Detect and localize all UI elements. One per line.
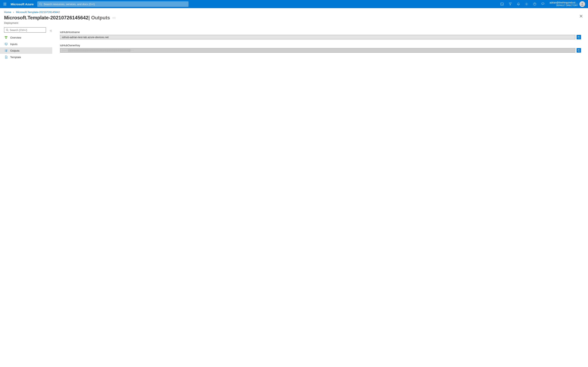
nav-icon <box>4 42 8 46</box>
close-blade-button[interactable] <box>579 15 583 18</box>
svg-point-6 <box>5 36 6 37</box>
output-value-iotHubOwnerKey[interactable] <box>60 48 575 53</box>
sidebar-item-template[interactable]: Template <box>0 54 52 60</box>
settings-button[interactable] <box>523 0 530 8</box>
output-label-iotHubOwnerKey: iotHubOwnerKey <box>60 44 581 47</box>
cloud-shell-button[interactable] <box>498 0 506 8</box>
filter-icon <box>509 2 512 6</box>
svg-point-7 <box>6 36 7 37</box>
hamburger-menu[interactable] <box>2 1 8 7</box>
sidebar-search-input[interactable] <box>10 29 44 32</box>
topbar: Microsoft Azure adrian@thethingsindust… … <box>0 0 588 8</box>
account-text: adrian@thethingsindust… DEFAULT DIRECTOR… <box>550 1 578 7</box>
directory-filter-button[interactable] <box>506 0 514 8</box>
sidebar-item-label: Outputs <box>10 49 20 52</box>
hamburger-icon <box>3 2 7 6</box>
more-actions-button[interactable]: ⋯ <box>112 15 116 21</box>
account-menu[interactable]: adrian@thethingsindust… DEFAULT DIRECTOR… <box>547 1 586 7</box>
collapse-sidebar-button[interactable] <box>49 28 52 33</box>
chevron-double-left-icon <box>49 29 52 32</box>
global-search-input[interactable] <box>44 3 187 6</box>
page-section: | Outputs <box>88 15 110 21</box>
breadcrumb-current[interactable]: Microsoft.Template-20210726145642 <box>16 11 60 14</box>
svg-rect-10 <box>578 36 580 38</box>
feedback-button[interactable] <box>539 0 547 8</box>
feedback-icon <box>541 2 545 6</box>
breadcrumb: Home › Microsoft.Template-20210726145642 <box>0 8 588 14</box>
nav-icon <box>4 55 8 59</box>
notifications-button[interactable] <box>515 0 522 8</box>
close-icon <box>579 15 583 18</box>
outputs-panel: iotHubHostnameiotHubOwnerKey <box>52 27 588 60</box>
cloud-shell-icon <box>501 2 504 6</box>
breadcrumb-home[interactable]: Home <box>4 11 11 14</box>
svg-rect-1 <box>501 3 503 5</box>
svg-rect-11 <box>578 50 580 51</box>
sidebar-item-label: Template <box>10 56 21 59</box>
svg-point-8 <box>6 38 7 39</box>
output-row-iotHubOwnerKey <box>60 48 581 53</box>
copy-icon <box>577 49 580 52</box>
sidebar-item-outputs[interactable]: Outputs <box>0 47 52 54</box>
svg-point-4 <box>582 3 583 4</box>
gear-icon <box>525 2 528 6</box>
search-icon <box>6 29 9 31</box>
output-label-iotHubHostname: iotHubHostname <box>60 31 581 34</box>
sidebar-item-inputs[interactable]: Inputs <box>0 41 52 47</box>
search-icon <box>39 3 42 6</box>
page-header: Microsoft.Template-20210726145642 | Outp… <box>0 14 588 21</box>
bell-icon <box>517 2 520 6</box>
brand-label[interactable]: Microsoft Azure <box>11 2 34 6</box>
sidebar-search[interactable] <box>4 27 46 33</box>
page-title: Microsoft.Template-20210726145642 <box>4 15 88 21</box>
global-search[interactable] <box>37 1 189 7</box>
person-icon <box>580 2 584 6</box>
svg-point-0 <box>40 3 42 5</box>
sidebar-item-label: Inputs <box>10 43 17 46</box>
copy-button-iotHubOwnerKey[interactable] <box>577 48 581 53</box>
copy-icon <box>577 36 580 39</box>
page-subtitle: Deployment <box>0 21 588 27</box>
nav-icon <box>4 36 8 39</box>
svg-point-5 <box>6 29 8 31</box>
sidebar: OverviewInputsOutputsTemplate <box>0 27 52 60</box>
output-value-iotHubHostname[interactable] <box>60 35 575 39</box>
nav-icon <box>4 49 8 52</box>
copy-button-iotHubHostname[interactable] <box>577 35 581 39</box>
topbar-actions <box>498 0 547 8</box>
sidebar-item-label: Overview <box>10 36 21 39</box>
avatar <box>579 1 585 7</box>
account-directory: DEFAULT DIRECTORY <box>550 4 578 7</box>
help-icon <box>533 2 536 6</box>
account-email: adrian@thethingsindust… <box>550 1 578 4</box>
breadcrumb-separator: › <box>13 11 14 14</box>
svg-point-2 <box>526 4 527 4</box>
output-row-iotHubHostname <box>60 35 581 39</box>
sidebar-item-overview[interactable]: Overview <box>0 34 52 41</box>
help-button[interactable] <box>531 0 539 8</box>
